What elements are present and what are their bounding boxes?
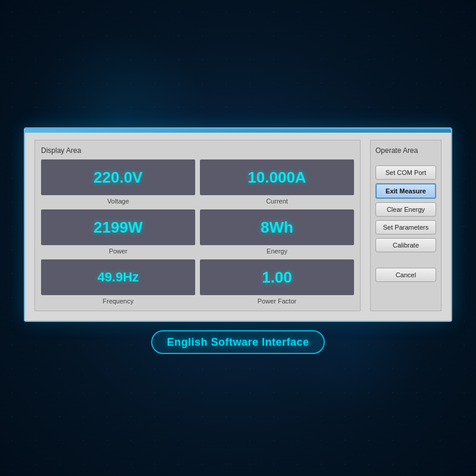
- current-display: 10.000A: [200, 159, 354, 195]
- set-com-port-button[interactable]: Set COM Port: [375, 165, 436, 180]
- power-factor-cell: 1.00 Power Factor: [200, 259, 354, 305]
- energy-value: 8Wh: [261, 218, 293, 237]
- power-factor-display: 1.00: [200, 259, 354, 295]
- power-display: 2199W: [41, 209, 195, 245]
- dialog-window: Display Area 220.0V Voltage 10.000A Curr…: [24, 127, 452, 322]
- set-parameters-button[interactable]: Set Parameters: [375, 220, 436, 234]
- current-cell: 10.000A Current: [200, 159, 354, 205]
- frequency-value: 49.9Hz: [98, 270, 139, 285]
- cancel-button[interactable]: Cancel: [375, 268, 436, 282]
- energy-cell: 8Wh Energy: [200, 209, 354, 255]
- calibrate-button[interactable]: Calibrate: [375, 238, 436, 252]
- power-value: 2199W: [93, 218, 142, 237]
- display-area: Display Area 220.0V Voltage 10.000A Curr…: [35, 140, 361, 311]
- operate-buttons: Set COM Port Exit Measure Clear Energy S…: [375, 165, 436, 282]
- power-factor-label: Power Factor: [258, 298, 296, 305]
- frequency-label: Frequency: [103, 298, 134, 305]
- metrics-grid: 220.0V Voltage 10.000A Current 2199W: [41, 159, 354, 305]
- operate-area: Operate Area Set COM Port Exit Measure C…: [370, 140, 441, 311]
- voltage-label: Voltage: [107, 198, 129, 205]
- current-label: Current: [266, 198, 288, 205]
- frequency-cell: 49.9Hz Frequency: [41, 259, 195, 305]
- footer-label-container: English Software Interface: [151, 336, 324, 349]
- voltage-value: 220.0V: [93, 168, 142, 187]
- current-value: 10.000A: [248, 168, 306, 187]
- frequency-display: 49.9Hz: [41, 259, 195, 295]
- display-area-label: Display Area: [41, 146, 354, 155]
- voltage-cell: 220.0V Voltage: [41, 159, 195, 205]
- footer-label: English Software Interface: [151, 330, 324, 354]
- power-label: Power: [109, 248, 127, 255]
- operate-area-label: Operate Area: [375, 146, 436, 155]
- power-cell: 2199W Power: [41, 209, 195, 255]
- dialog-content: Display Area 220.0V Voltage 10.000A Curr…: [25, 133, 451, 321]
- energy-display: 8Wh: [200, 209, 354, 245]
- energy-label: Energy: [267, 248, 287, 255]
- exit-measure-button[interactable]: Exit Measure: [375, 183, 436, 199]
- clear-energy-button[interactable]: Clear Energy: [375, 202, 436, 217]
- voltage-display: 220.0V: [41, 159, 195, 195]
- power-factor-value: 1.00: [262, 268, 292, 287]
